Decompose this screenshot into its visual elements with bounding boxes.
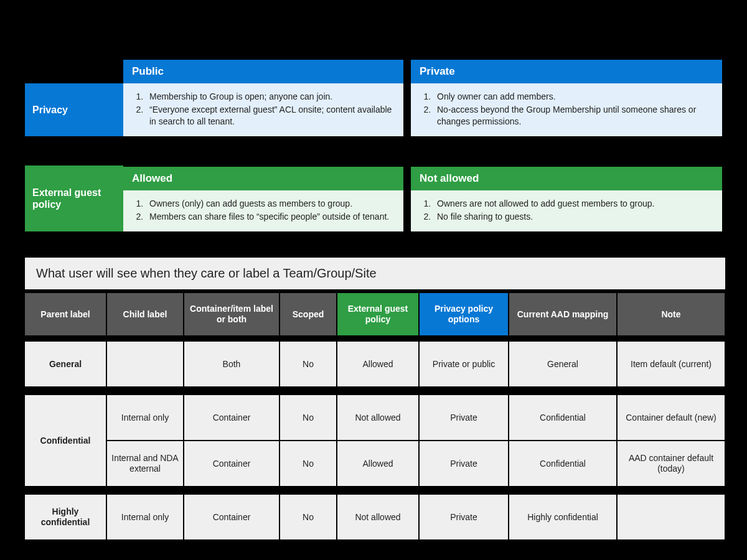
cell-parent: Highly confidential — [25, 495, 106, 539]
cell-aad: General — [509, 342, 616, 386]
guest-allowed-item: Owners (only) can add guests as members … — [146, 198, 396, 210]
guest-notallowed-header: Not allowed — [411, 166, 722, 190]
guest-notallowed-item: Owners are not allowed to add guest memb… — [433, 198, 715, 210]
cell-privacy: Private — [420, 495, 508, 539]
privacy-private-header: Private — [411, 58, 722, 83]
cell-note: AAD container default (today) — [618, 441, 725, 486]
cell-child — [107, 342, 183, 386]
guest-allowed-body: Owners (only) can add guests as members … — [123, 190, 403, 231]
cell-guest: Allowed — [337, 342, 418, 386]
gap — [403, 58, 411, 83]
cell-type: Both — [184, 342, 279, 386]
cell-privacy: Private — [420, 395, 508, 440]
privacy-private-item: No-access beyond the Group Membership un… — [433, 104, 715, 128]
privacy-row-label: Privacy — [25, 83, 123, 136]
cell-guest: Not allowed — [337, 395, 418, 440]
col-guest-policy: External guest policy — [337, 293, 418, 335]
privacy-public-item: Membership to Group is open; anyone can … — [146, 91, 396, 103]
col-parent-label: Parent label — [25, 293, 106, 335]
cell-aad: Confidential — [509, 395, 616, 440]
col-child-label: Child label — [107, 293, 183, 335]
cell-guest: Allowed — [337, 441, 418, 486]
cell-privacy: Private — [420, 441, 508, 486]
cell-scoped: No — [280, 495, 336, 539]
page: Privacy Public Private Membership to Gro… — [0, 0, 747, 560]
guest-allowed-item: Members can share files to “specific peo… — [146, 211, 396, 223]
cell-child: Internal and NDA external — [107, 441, 183, 486]
col-privacy-policy: Privacy policy options — [420, 293, 508, 335]
privacy-public-item: “Everyone except external guest” ACL ons… — [146, 104, 396, 128]
cell-privacy: Private or public — [420, 342, 508, 386]
cell-note: Container default (new) — [618, 395, 725, 440]
guest-section: External guest policy Allowed Not allowe… — [25, 166, 722, 231]
gap — [403, 166, 411, 190]
cell-parent: General — [25, 342, 106, 386]
cell-scoped: No — [280, 441, 336, 486]
cell-guest: Not allowed — [337, 495, 418, 539]
privacy-private-item: Only owner can add members. — [433, 91, 715, 103]
cell-scoped: No — [280, 395, 336, 440]
privacy-public-body: Membership to Group is open; anyone can … — [123, 83, 403, 136]
cell-parent: Confidential — [25, 395, 106, 486]
cell-aad: Confidential — [509, 441, 616, 486]
col-note: Note — [618, 293, 725, 335]
label-table-caption: What user will see when they care or lab… — [25, 256, 725, 289]
guest-row-label: External guest policy — [25, 166, 123, 231]
cell-type: Container — [184, 395, 279, 440]
label-table: Parent label Child label Container/item … — [25, 289, 725, 539]
cell-child: Internal only — [107, 395, 183, 440]
cell-scoped: No — [280, 342, 336, 386]
col-aad-mapping: Current AAD mapping — [509, 293, 616, 335]
guest-notallowed-body: Owners are not allowed to add guest memb… — [411, 190, 722, 231]
cell-aad: Highly confidential — [509, 495, 616, 539]
row-separator — [25, 386, 725, 395]
gap — [403, 190, 411, 231]
privacy-section: Privacy Public Private Membership to Gro… — [25, 58, 722, 136]
col-scoped: Scoped — [280, 293, 336, 335]
label-table-section: What user will see when they care or lab… — [25, 256, 725, 539]
privacy-private-body: Only owner can add members. No-access be… — [411, 83, 722, 136]
row-separator — [25, 335, 725, 342]
privacy-public-header: Public — [123, 58, 403, 83]
cell-child: Internal only — [107, 495, 183, 539]
row-separator — [25, 486, 725, 495]
cell-type: Container — [184, 495, 279, 539]
cell-note — [618, 495, 725, 539]
guest-allowed-header: Allowed — [123, 166, 403, 190]
cell-note: Item default (current) — [618, 342, 725, 386]
cell-type: Container — [184, 441, 279, 486]
col-container-item: Container/item label or both — [184, 293, 279, 335]
guest-notallowed-item: No file sharing to guests. — [433, 211, 715, 223]
gap — [403, 83, 411, 136]
